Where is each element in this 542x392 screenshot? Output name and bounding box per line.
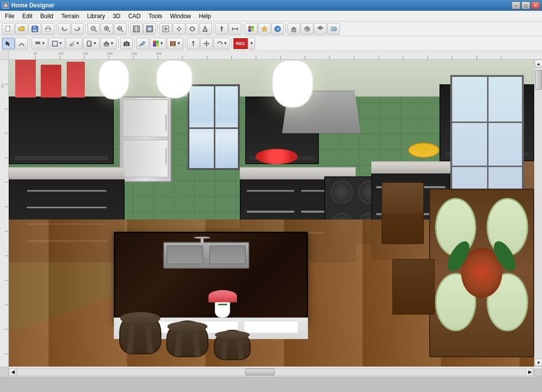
countertop-left: [9, 167, 125, 179]
material-painter-btn[interactable]: ▼: [150, 38, 166, 49]
house-3d-btn[interactable]: 3D: [327, 23, 340, 35]
redo-button[interactable]: [71, 23, 84, 35]
arrow-up-btn[interactable]: [215, 23, 228, 35]
fullscreen-btn[interactable]: [143, 23, 156, 35]
svg-rect-24: [148, 27, 152, 31]
scroll-left-btn[interactable]: ◀: [9, 368, 17, 375]
top-ruler-row: /* ruler ticks */ 50 100 150 200 250 300: [0, 51, 542, 60]
svg-marker-86: [208, 43, 209, 45]
svg-rect-78: [170, 41, 172, 46]
menu-edit[interactable]: Edit: [18, 11, 36, 21]
explode-btn[interactable]: [258, 23, 271, 35]
fit-window-btn[interactable]: [130, 23, 143, 35]
svg-marker-83: [206, 41, 207, 42]
svg-marker-68: [103, 41, 109, 44]
mirror-btn[interactable]: [199, 23, 212, 35]
countertop-right: [371, 161, 450, 173]
menu-window[interactable]: Window: [166, 11, 195, 21]
materials-btn[interactable]: [245, 23, 258, 35]
svg-text:?: ?: [277, 27, 280, 32]
scroll-down-btn[interactable]: ▼: [535, 359, 542, 367]
svg-rect-75: [156, 41, 159, 44]
zoom-out-btn[interactable]: [87, 23, 100, 35]
svg-rect-5: [47, 26, 50, 28]
svg-rect-69: [104, 44, 108, 46]
refrigerator: [119, 97, 172, 182]
house-top-btn[interactable]: [314, 23, 327, 35]
select-tool-btn[interactable]: [2, 38, 15, 49]
rotate-tool-btn[interactable]: ▼: [213, 38, 230, 49]
scroll-right-btn[interactable]: ▶: [526, 368, 534, 375]
svg-rect-3: [33, 29, 37, 31]
bottom-corner-left: [0, 367, 9, 377]
arrow-tool2-btn[interactable]: [187, 38, 200, 49]
svg-marker-84: [206, 45, 207, 47]
title-bar-controls[interactable]: − □ ✕: [512, 1, 540, 9]
svg-rect-2: [33, 26, 36, 28]
roof-dropdown-btn[interactable]: ▼: [100, 38, 117, 49]
close-button[interactable]: ✕: [531, 1, 540, 9]
new-button[interactable]: [2, 23, 15, 35]
move-view-btn[interactable]: [173, 23, 185, 35]
scroll-up-btn[interactable]: ▲: [535, 60, 542, 68]
kitchen-island: [114, 232, 308, 324]
menu-3d[interactable]: 3D: [109, 11, 124, 21]
house-front-btn[interactable]: [287, 23, 300, 35]
move-tool2-btn[interactable]: [200, 38, 213, 49]
svg-point-87: [206, 43, 207, 45]
svg-rect-77: [156, 44, 159, 47]
paint-btn[interactable]: [136, 38, 149, 49]
scroll-thumb-bottom[interactable]: [245, 368, 275, 375]
house-iso-btn[interactable]: [301, 23, 313, 35]
rotate-view-btn[interactable]: [186, 23, 199, 35]
add-point-btn[interactable]: [159, 23, 172, 35]
undo-button[interactable]: [58, 23, 71, 35]
svg-point-44: [251, 29, 254, 32]
svg-marker-58: [6, 41, 10, 46]
arc-tool-btn[interactable]: [15, 38, 28, 49]
menu-file[interactable]: File: [1, 11, 18, 21]
menu-library[interactable]: Library: [83, 11, 109, 21]
horizontal-scrollbar[interactable]: ◀ ▶: [9, 368, 534, 376]
svg-text:50: 50: [33, 52, 37, 55]
print-button[interactable]: [42, 23, 54, 35]
menu-cad[interactable]: CAD: [124, 11, 144, 21]
zoom-fit-btn[interactable]: -: [114, 23, 127, 35]
wall-dropdown-btn[interactable]: ▼: [31, 38, 48, 49]
room-dropdown-btn[interactable]: ▼: [49, 38, 65, 49]
scroll-thumb-right[interactable]: [535, 70, 542, 90]
ruler-left: 50: [0, 60, 9, 367]
tb2-sep-4: [185, 39, 185, 49]
camera-btn[interactable]: [120, 38, 133, 49]
library-dropdown-btn[interactable]: ▼: [167, 38, 183, 49]
svg-marker-48: [291, 26, 297, 29]
minimize-button[interactable]: −: [512, 1, 520, 9]
app-title: Home Designer: [11, 2, 54, 9]
menu-build[interactable]: Build: [36, 11, 57, 21]
svg-marker-30: [177, 28, 178, 30]
svg-rect-65: [73, 41, 75, 46]
menu-tools[interactable]: Tools: [145, 11, 166, 21]
zoom-in-btn[interactable]: [101, 23, 113, 35]
sink: [163, 242, 250, 269]
kitchen-scene: [9, 60, 534, 367]
maximize-button[interactable]: □: [521, 1, 530, 9]
pendant-3: [272, 60, 314, 108]
flower-vase: [215, 302, 230, 318]
svg-rect-6: [46, 29, 50, 31]
svg-rect-49: [292, 29, 296, 32]
rec-dropdown-btn[interactable]: ▼: [248, 38, 255, 49]
app-icon: 🏠: [2, 2, 9, 9]
dimension-btn[interactable]: [229, 23, 241, 35]
help-btn[interactable]: ?: [271, 23, 284, 35]
menu-help[interactable]: Help: [195, 11, 215, 21]
scroll-track-right[interactable]: [535, 68, 542, 359]
save-button[interactable]: [28, 23, 41, 35]
open-button[interactable]: [15, 23, 28, 35]
menu-terrain[interactable]: Terrain: [57, 11, 83, 21]
canvas-area[interactable]: [9, 60, 534, 367]
menu-bar: File Edit Build Terrain Library 3D CAD T…: [0, 11, 542, 22]
stairs-dropdown-btn[interactable]: ▼: [66, 38, 82, 49]
rec-button[interactable]: REC: [233, 38, 248, 49]
door-dropdown-btn[interactable]: ▼: [83, 38, 100, 49]
